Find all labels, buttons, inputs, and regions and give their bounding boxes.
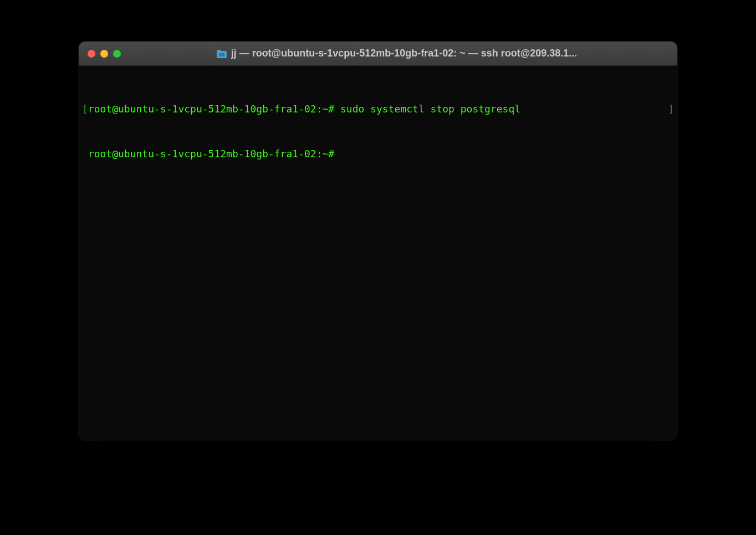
window-titlebar[interactable]: jj — root@ubuntu-s-1vcpu-512mb-10gb-fra1…	[79, 42, 677, 66]
minimize-button[interactable]	[100, 50, 108, 58]
window-controls	[88, 50, 121, 58]
window-title: jj — root@ubuntu-s-1vcpu-512mb-10gb-fra1…	[231, 48, 578, 59]
maximize-button[interactable]	[113, 50, 121, 58]
command-text: sudo systemctl stop postgresql	[334, 103, 520, 115]
bracket-close: ]	[668, 101, 674, 116]
folder-icon	[217, 49, 227, 58]
window-title-container: jj — root@ubuntu-s-1vcpu-512mb-10gb-fra1…	[125, 48, 668, 59]
terminal-line-1: [root@ubuntu-s-1vcpu-512mb-10gb-fra1-02:…	[82, 101, 674, 116]
shell-prompt-2: root@ubuntu-s-1vcpu-512mb-10gb-fra1-02:~…	[82, 146, 674, 161]
close-button[interactable]	[88, 50, 95, 58]
svg-rect-0	[219, 53, 224, 56]
terminal-window: jj — root@ubuntu-s-1vcpu-512mb-10gb-fra1…	[79, 42, 677, 440]
bracket-open: [	[82, 103, 88, 115]
terminal-content[interactable]: [root@ubuntu-s-1vcpu-512mb-10gb-fra1-02:…	[79, 66, 677, 440]
shell-prompt-1: root@ubuntu-s-1vcpu-512mb-10gb-fra1-02:~…	[88, 103, 334, 115]
